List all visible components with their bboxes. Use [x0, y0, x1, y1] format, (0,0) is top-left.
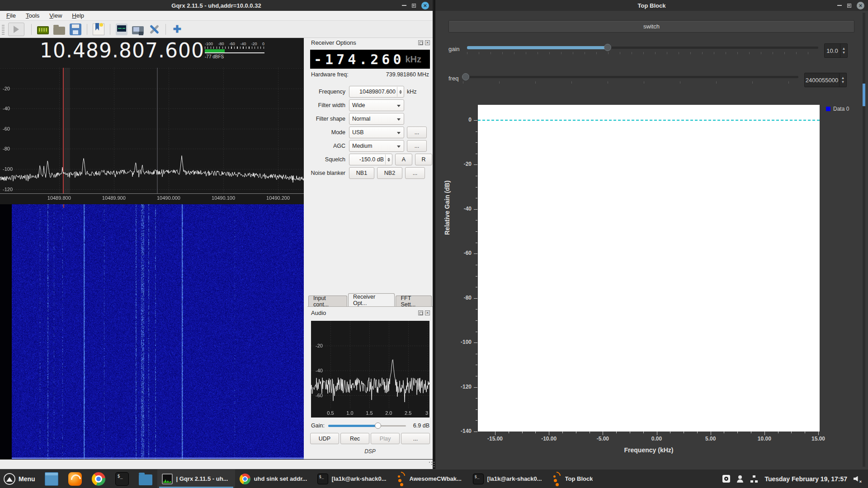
spinner-arrows-icon[interactable]: [397, 87, 403, 97]
screenshot-tray-icon[interactable]: [722, 475, 730, 483]
gqrx-titlebar[interactable]: Gqrx 2.11.5 - uhd,addr=10.0.0.32 ✕: [0, 0, 433, 11]
firefox-icon[interactable]: [68, 472, 82, 486]
gqrx-task-icon: [162, 474, 173, 484]
tick-mark: [474, 164, 477, 165]
topblock-titlebar[interactable]: Top Block ✕: [435, 0, 868, 11]
close-icon[interactable]: ✕: [857, 2, 864, 9]
nb-options-button[interactable]: ...: [405, 167, 425, 179]
task-terminal-1[interactable]: [la1k@ark-shack0...: [313, 469, 391, 488]
waterfall-display[interactable]: [0, 204, 304, 459]
save-settings-icon[interactable]: [70, 23, 81, 35]
gain-slider[interactable]: [467, 43, 818, 56]
tick-label: -40: [449, 206, 472, 212]
agc-options-button[interactable]: ...: [407, 140, 427, 152]
network-tray-icon[interactable]: [750, 475, 758, 483]
audio-gain-slider[interactable]: [328, 421, 406, 430]
spinner-arrows-icon[interactable]: ▲▼: [840, 44, 847, 57]
filter-width-select[interactable]: Wide: [349, 99, 404, 111]
tab-fft-settings[interactable]: FFT Sett...: [396, 296, 432, 306]
frequency-digits[interactable]: 10.489.807.600: [40, 39, 204, 62]
squelch-reset-button[interactable]: R: [415, 154, 432, 165]
dock-tabs: Input cont... Receiver Opt... FFT Sett..…: [308, 293, 433, 306]
spectrum-plot[interactable]: [0, 68, 304, 204]
task-top-block[interactable]: Top Block: [546, 469, 609, 488]
menu-button[interactable]: Menu: [0, 469, 40, 488]
io-devices-icon[interactable]: [37, 26, 49, 34]
tick-mark: [476, 276, 477, 277]
nb2-button[interactable]: NB2: [377, 167, 402, 179]
gain-spinbox[interactable]: 10.0 ▲▼: [824, 43, 848, 58]
filter-shape-select[interactable]: Normal: [349, 113, 404, 125]
minimize-icon[interactable]: [837, 5, 842, 6]
spectrum-display-icon[interactable]: [116, 23, 127, 35]
float-panel-icon[interactable]: [418, 40, 423, 45]
tab-receiver-options[interactable]: Receiver Opt...: [348, 293, 395, 306]
volume-muted-icon[interactable]: [854, 475, 862, 483]
menu-tools[interactable]: Tools: [26, 12, 39, 19]
agc-select[interactable]: Medium: [349, 140, 404, 152]
task-uhd-sink[interactable]: uhd sink set addr...: [235, 469, 313, 488]
restore-icon[interactable]: [412, 4, 416, 8]
receiver-options-title: Receiver Options: [311, 39, 356, 46]
minimize-icon[interactable]: [402, 5, 406, 6]
task-gqrx[interactable]: | Gqrx 2.11.5 - uh...: [157, 469, 235, 488]
remote-control-icon[interactable]: [132, 26, 144, 34]
file-manager-icon[interactable]: [139, 474, 152, 485]
hardware-freq-value: 739.981860 MHz: [386, 71, 429, 78]
audio-options-button[interactable]: ...: [401, 433, 430, 444]
play-button[interactable]: Play: [371, 433, 400, 444]
clock[interactable]: Tuesday February 19, 17:57: [764, 475, 847, 483]
slider-handle[interactable]: [604, 44, 611, 51]
spinner-arrows-icon[interactable]: ▲▼: [839, 73, 846, 87]
tick-mark: [643, 432, 644, 433]
mode-options-button[interactable]: ...: [407, 127, 427, 138]
audio-spectrum-plot[interactable]: [311, 321, 429, 418]
switch-button[interactable]: switch: [448, 20, 854, 33]
slider-handle[interactable]: [375, 422, 381, 429]
plot-legend: Data 0: [826, 106, 849, 112]
freq-slider[interactable]: [463, 72, 798, 86]
spinner-arrows-icon[interactable]: [385, 155, 392, 164]
load-settings-icon[interactable]: [53, 27, 65, 35]
restore-icon[interactable]: [847, 4, 851, 8]
show-desktop-icon[interactable]: [45, 472, 58, 486]
close-panel-icon[interactable]: ✕: [425, 310, 430, 315]
frequency-display-area[interactable]: 10.489.807.600 -100-80-60-40-200 -77 dBF…: [0, 38, 304, 68]
gain-plot-canvas[interactable]: [478, 105, 820, 432]
lcd-value[interactable]: -174.260: [310, 52, 405, 67]
close-panel-icon[interactable]: ✕: [425, 40, 430, 45]
task-awesomecw[interactable]: AwesomeCWbak...: [391, 469, 468, 488]
user-tray-icon[interactable]: [736, 475, 744, 483]
menu-file[interactable]: File: [6, 12, 16, 19]
squelch-spinbox[interactable]: -150.0 dB: [349, 154, 392, 165]
chromium-icon[interactable]: [92, 472, 105, 486]
close-icon[interactable]: ✕: [421, 2, 429, 9]
menu-view[interactable]: View: [49, 12, 62, 19]
tools-icon[interactable]: [148, 23, 160, 35]
start-dsp-button[interactable]: [8, 23, 24, 36]
mode-select[interactable]: USB: [349, 127, 404, 138]
toolbar-grip[interactable]: [2, 24, 5, 35]
scrollbar[interactable]: [863, 13, 865, 467]
scrollbar-thumb[interactable]: [863, 84, 865, 106]
bookmarks-icon[interactable]: [93, 23, 104, 35]
offset-frequency-lcd[interactable]: -174.260 kHz: [310, 50, 430, 69]
nb1-button[interactable]: NB1: [349, 167, 374, 179]
menu-help[interactable]: Help: [72, 12, 84, 19]
rec-button[interactable]: Rec: [340, 433, 369, 444]
terminal-icon[interactable]: [115, 472, 129, 486]
task-terminal-2[interactable]: [la1k@ark-shack0...: [468, 469, 546, 488]
freq-spinbox[interactable]: 2400055000 ▲▼: [804, 73, 847, 87]
fullscreen-icon[interactable]: ✚: [171, 23, 183, 35]
gqrx-dock: Receiver Options ✕ -174.260 kHz Hardware…: [307, 38, 433, 459]
menu-icon: [4, 473, 15, 485]
tab-input-controls[interactable]: Input cont...: [308, 296, 347, 306]
frequency-spinbox[interactable]: 10489807.600: [349, 86, 404, 98]
slider-handle[interactable]: [462, 73, 469, 80]
tick-mark: [657, 432, 657, 435]
hardware-freq-label: Hardware freq:: [311, 71, 349, 78]
tick-mark: [778, 432, 778, 433]
squelch-auto-button[interactable]: A: [395, 154, 412, 165]
udp-button[interactable]: UDP: [310, 433, 339, 444]
float-panel-icon[interactable]: [418, 310, 423, 315]
